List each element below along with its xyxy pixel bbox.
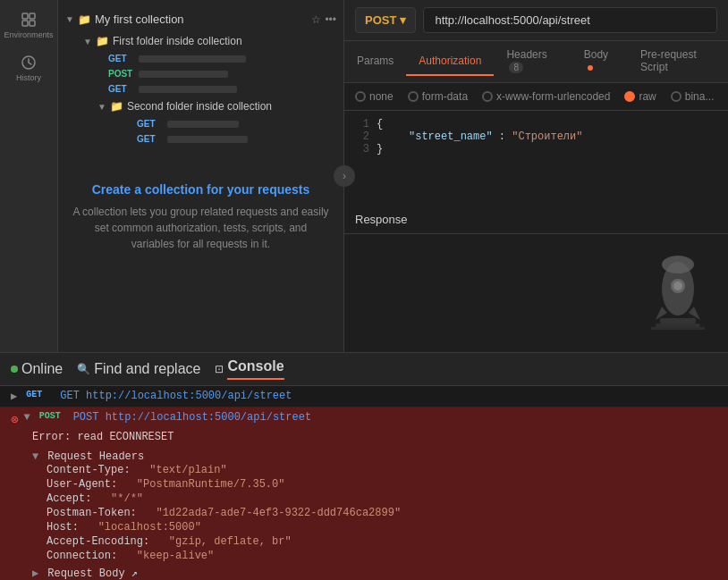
history-icon[interactable]: History (11, 50, 47, 86)
request-name-5 (167, 136, 248, 143)
tab-authorization[interactable]: Authorization (406, 47, 494, 76)
response-text: Response (355, 213, 408, 226)
rocket-illustration (642, 248, 714, 338)
header-connection: Connection: "keep-alive" (11, 549, 717, 563)
folder-1-request-1[interactable]: GET (76, 51, 343, 66)
folder-2-header[interactable]: ▼ 📁 Second folder inside collection (90, 97, 343, 116)
headers-badge: 8 (509, 62, 523, 73)
tab-params[interactable]: Params (344, 47, 406, 76)
headers-section-arrow: ▼ (32, 450, 38, 463)
find-replace-icon: 🔍 (77, 363, 90, 375)
line-num-1: 1 (351, 118, 369, 130)
option-none[interactable]: none (355, 90, 394, 103)
header-content-type: Content-Type: "text/plain" (11, 463, 717, 477)
post-method-badge: POST (39, 411, 64, 421)
cta-section: Create a collection for your requests A … (58, 168, 343, 266)
request-name-4 (167, 121, 239, 128)
body-active-dot (588, 65, 593, 71)
console-post-entry[interactable]: ⊗ ▼ POST POST http://localhost:5000/api/… (0, 408, 728, 580)
post-line: ⊗ ▼ POST POST http://localhost:5000/api/… (11, 411, 717, 427)
code-brace-close: } (377, 143, 383, 156)
code-colon: : (499, 130, 512, 143)
option-form-data[interactable]: form-data (408, 90, 468, 103)
collection-icon: 📁 (78, 13, 91, 26)
star-icon[interactable]: ☆ (311, 13, 321, 26)
error-text: Error: read ECONNRESET (32, 431, 174, 443)
radio-url-encoded[interactable] (482, 91, 493, 102)
tab-pre-request[interactable]: Pre-request Script (628, 41, 728, 82)
line-num-3: 3 (351, 143, 369, 156)
radio-binary[interactable] (671, 91, 681, 102)
code-brace-open: { (377, 118, 383, 130)
find-replace-item[interactable]: 🔍 Find and replace (77, 361, 200, 377)
request-body-line[interactable]: ▶ Request Body ↗ (11, 567, 717, 580)
method-dropdown-icon: ▾ (400, 13, 406, 27)
accept-key: Accept: (47, 492, 91, 505)
collapse-panel-button[interactable]: › (334, 165, 355, 187)
folder-2-request-1[interactable]: GET (90, 116, 343, 131)
collection-chevron: ▼ (65, 14, 74, 24)
online-status: Online (11, 361, 63, 377)
connection-val: "keep-alive" (137, 550, 214, 562)
radio-form-data[interactable] (408, 91, 419, 102)
option-raw[interactable]: raw (624, 90, 656, 103)
online-label: Online (21, 361, 63, 377)
folder-1-icon: 📁 (96, 35, 109, 47)
folder-2-name: Second folder inside collection (127, 100, 272, 113)
request-headers-line[interactable]: ▼ Request Headers (11, 450, 717, 463)
url-input[interactable] (423, 7, 717, 33)
get-url: GET http://localhost:5000/api/street (60, 390, 292, 402)
console-icon: ⊡ (215, 363, 224, 375)
radio-none[interactable] (355, 91, 366, 102)
option-binary[interactable]: bina... (671, 90, 715, 103)
request-name-2 (139, 71, 228, 78)
more-icon[interactable]: ••• (325, 13, 336, 26)
error-icon: ⊗ (11, 412, 18, 427)
method-get-4: GET (137, 134, 162, 144)
method-get-2: GET (108, 84, 133, 94)
cta-description: A collection lets you group related requ… (72, 204, 329, 252)
svg-rect-3 (30, 21, 35, 26)
error-text-line: Error: read ECONNRESET (11, 431, 717, 443)
code-line-2: 2 "street_name" : "Строители" (351, 130, 721, 143)
collection-tree: ▼ 📁 My first collection ☆ ••• ▼ 📁 First … (58, 0, 343, 154)
header-user-agent: User-Agent: "PostmanRuntime/7.35.0" (11, 477, 717, 492)
method-get-3: GET (137, 119, 162, 129)
content-type-val: "text/plain" (149, 464, 226, 476)
collections-panel: ▼ 📁 My first collection ☆ ••• ▼ 📁 First … (58, 0, 344, 352)
code-editor[interactable]: 1 { 2 "street_name" : "Строители" 3 } (344, 111, 728, 206)
folder-1-request-2[interactable]: POST (76, 66, 343, 81)
raw-label: raw (639, 90, 656, 103)
url-encoded-label: x-www-form-urlencoded (496, 90, 610, 103)
get-method-badge: GET (26, 390, 51, 399)
folder-2-request-2[interactable]: GET (90, 131, 343, 147)
accept-val: "*/*" (111, 492, 143, 505)
radio-raw[interactable] (624, 91, 635, 102)
code-line-3: 3 } (351, 143, 721, 156)
console-content: ▶ GET GET http://localhost:5000/api/stre… (0, 386, 728, 580)
line-num-2: 2 (351, 130, 369, 143)
console-toolbar: Online 🔍 Find and replace ⊡ Console (0, 353, 728, 386)
folder-1-header[interactable]: ▼ 📁 First folder inside collection (76, 31, 343, 51)
code-key: "street_name" (409, 130, 493, 143)
collection-header[interactable]: ▼ 📁 My first collection ☆ ••• (58, 7, 343, 31)
form-data-label: form-data (422, 90, 468, 103)
binary-label: bina... (685, 90, 715, 103)
request-name-1 (139, 55, 246, 63)
folder-1-request-3[interactable]: GET (76, 81, 343, 97)
request-tabs: Params Authorization Headers 8 Body Pre-… (344, 41, 728, 83)
console-tab-label: Console (227, 358, 284, 380)
request-body-label: Request Body ↗ (47, 567, 138, 580)
tab-headers[interactable]: Headers 8 (494, 41, 571, 82)
console-get-entry[interactable]: ▶ GET GET http://localhost:5000/api/stre… (0, 386, 728, 408)
environments-icon[interactable]: Environments (11, 7, 47, 43)
tab-body[interactable]: Body (571, 41, 628, 82)
accept-encoding-val: "gzip, deflate, br" (169, 535, 292, 548)
option-url-encoded[interactable]: x-www-form-urlencoded (482, 90, 610, 103)
svg-point-6 (662, 256, 694, 273)
console-tab-item[interactable]: ⊡ Console (215, 358, 284, 380)
method-selector[interactable]: POST ▾ (355, 7, 416, 33)
online-dot (11, 366, 18, 373)
code-value: "Строители" (512, 130, 582, 143)
folder-1: ▼ 📁 First folder inside collection GET P… (58, 31, 343, 97)
